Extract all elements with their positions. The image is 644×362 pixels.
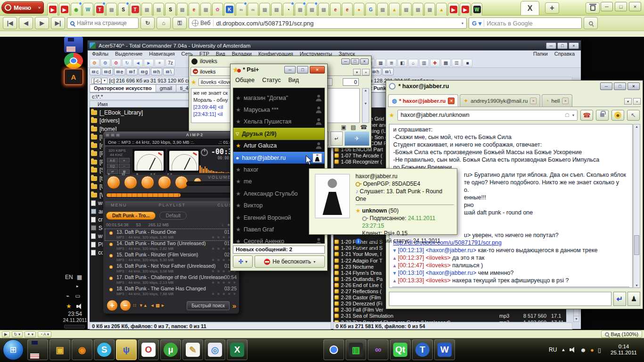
browser-tab[interactable]: ▤ bbox=[259, 3, 270, 16]
browser-tab[interactable]: e bbox=[342, 3, 353, 16]
drive-combo[interactable]: [-c-]▾ bbox=[91, 78, 107, 84]
google-badge[interactable]: G ▾ bbox=[472, 20, 484, 27]
browser-tab[interactable]: ▲ bbox=[389, 3, 400, 16]
status-selector[interactable]: Не беспокоить ▾ bbox=[255, 255, 325, 268]
browser-tab[interactable]: G bbox=[365, 3, 376, 16]
browser-tab[interactable]: ▶ bbox=[59, 3, 70, 16]
drive-button[interactable]: e bbox=[114, 68, 125, 75]
browser-tab[interactable]: ◔ bbox=[283, 3, 294, 16]
browser-tab[interactable]: ▶ bbox=[460, 3, 471, 16]
power-button[interactable] bbox=[201, 149, 208, 156]
toolbar-button[interactable]: ☰ bbox=[452, 59, 462, 67]
toolbar-button[interactable]: ⚙ bbox=[90, 59, 99, 67]
taskbar-button[interactable]: ◉ bbox=[72, 339, 92, 360]
sort-button[interactable]: ▼▲ bbox=[139, 303, 148, 308]
chat-tab[interactable]: ◍ * haxor@jabber.ru × bbox=[388, 94, 458, 107]
browser-tab[interactable]: ▤ bbox=[401, 3, 412, 16]
home-button[interactable]: ⌂ bbox=[157, 17, 171, 29]
window-control-button[interactable]: ─ bbox=[601, 2, 613, 11]
nav-button[interactable]: ▶ bbox=[35, 17, 49, 29]
toolbar-icon[interactable]: ▤ bbox=[351, 124, 356, 131]
drive-button[interactable]: h bbox=[151, 68, 162, 75]
taskbar-button[interactable]: X bbox=[227, 339, 248, 360]
playlist-track[interactable]: 17. Daft Punk - Challenge of the Grid (U… bbox=[105, 274, 238, 286]
status-chip[interactable]: ↻ ▾ bbox=[12, 331, 23, 337]
toolbar-button[interactable]: ▩ bbox=[441, 59, 451, 67]
nav-button[interactable]: |◀ bbox=[3, 17, 17, 29]
tray-expand-arrow[interactable]: ▲ bbox=[561, 347, 565, 352]
window-control-button[interactable]: □ bbox=[557, 42, 568, 49]
playlist-track[interactable]: 13. Daft Punk - Round One01:40 MP3 :: 44… bbox=[105, 229, 238, 240]
status-chip[interactable]: ▶ bbox=[2, 331, 10, 337]
menu-item[interactable]: Вид bbox=[288, 77, 299, 84]
zoom-control[interactable]: Вид (100%) bbox=[601, 330, 642, 338]
toolbar-button[interactable]: ⚙ bbox=[111, 59, 121, 67]
browser-tab[interactable]: W bbox=[471, 3, 482, 16]
browser-tab[interactable]: S bbox=[118, 3, 129, 16]
volume-slider[interactable] bbox=[186, 181, 236, 186]
expand-button[interactable]: » bbox=[232, 302, 236, 310]
taskbar-button[interactable]: ∞ bbox=[368, 339, 388, 360]
toolbar-button[interactable]: ⚙ bbox=[100, 59, 110, 67]
wand-password-button[interactable]: ⚿ bbox=[173, 17, 187, 29]
roster-contact[interactable]: ★ Маруська *** bbox=[233, 104, 324, 115]
tray-icon[interactable]: ☻ bbox=[580, 346, 586, 354]
encryption-button[interactable] bbox=[596, 110, 609, 121]
jid-combo[interactable]: haxor@jabber.ru/unknown ☖ ▾ bbox=[397, 110, 578, 121]
menu-item[interactable]: Навигация bbox=[146, 50, 178, 58]
roster-contact[interactable]: ▽ Друзья (2/9) bbox=[233, 128, 324, 140]
chat-tab[interactable]: ◔ hell × bbox=[542, 94, 572, 107]
browser-tab[interactable]: T bbox=[130, 3, 140, 16]
drive-button[interactable]: \ bbox=[382, 68, 394, 75]
window-control-button[interactable]: ─ bbox=[341, 58, 350, 65]
start-button[interactable]: ⊞ bbox=[3, 339, 24, 360]
taskbar-button[interactable]: T bbox=[412, 339, 433, 360]
file-row[interactable]: 2-31 Sea of Simulation mp3 8 517 560 17.… bbox=[333, 313, 566, 319]
window-control-button[interactable]: × bbox=[569, 42, 579, 49]
roster-contact[interactable]: ★ Хельга Пушистая bbox=[233, 116, 324, 128]
toolbar-icon[interactable]: ☎ bbox=[360, 124, 367, 131]
browser-tab[interactable]: ▤ bbox=[177, 3, 188, 16]
playlist-track[interactable]: 15. Daft Punk - Rinzler (Film Version)02… bbox=[105, 252, 238, 263]
browser-tab[interactable]: ▤ bbox=[200, 3, 211, 16]
contact-profile-button[interactable]: ♟ bbox=[627, 292, 640, 306]
clock[interactable]: 0:1425.11.2011 bbox=[605, 344, 642, 356]
scrollbar[interactable]: ▲ ▼ bbox=[633, 124, 640, 288]
drive-button[interactable]: g bbox=[139, 68, 150, 75]
drive-button[interactable]: c bbox=[90, 68, 101, 75]
folder-tab[interactable]: gmail bbox=[156, 84, 176, 92]
account-menu-button[interactable]: ✣▾ bbox=[233, 255, 253, 268]
nav-button[interactable]: ◀ bbox=[19, 17, 33, 29]
window-control-button[interactable]: □ bbox=[351, 58, 359, 65]
tab-list-button[interactable]: ▾ bbox=[353, 69, 361, 75]
remove-button[interactable]: − bbox=[120, 300, 131, 311]
browser-tab[interactable]: e bbox=[189, 3, 199, 16]
browser-tab[interactable]: ◉ bbox=[71, 3, 82, 16]
toolbar-button[interactable]: ■ bbox=[462, 59, 472, 67]
browser-tab[interactable]: ✿ bbox=[212, 3, 223, 16]
skin-button[interactable] bbox=[106, 133, 109, 137]
browser-tab[interactable]: e bbox=[330, 3, 341, 16]
browser-tab[interactable]: ▶ bbox=[47, 3, 58, 16]
chat-tab[interactable]: ✦ andrey1990lyk@mail.ru × bbox=[460, 94, 540, 107]
toolbar-button[interactable]: ◄ bbox=[133, 59, 143, 67]
window-control-button[interactable]: □ bbox=[615, 2, 627, 11]
add-button[interactable]: + bbox=[107, 300, 117, 311]
status-chip[interactable]: ✦ ▾ bbox=[25, 331, 36, 337]
browser-tab[interactable]: ▲ bbox=[436, 3, 447, 16]
browser-tab[interactable]: ▤ bbox=[141, 3, 152, 16]
window-control-button[interactable]: ─ bbox=[546, 42, 556, 49]
tab-close-button[interactable]: × bbox=[362, 69, 370, 75]
toolbar-button[interactable]: ▥ bbox=[419, 59, 429, 67]
taskbar-button[interactable]: W bbox=[434, 339, 455, 360]
message-input[interactable] bbox=[389, 292, 611, 306]
find-on-page-input[interactable]: Найти на странице bbox=[67, 17, 139, 29]
select-button[interactable]: ↖ bbox=[627, 110, 640, 121]
call-button[interactable]: ☎ bbox=[580, 110, 593, 121]
taskbar-button[interactable]: Qt bbox=[390, 339, 411, 360]
search-go-button[interactable] bbox=[584, 17, 598, 29]
browser-tab[interactable]: ▤ bbox=[153, 3, 164, 16]
browser-tab[interactable]: K bbox=[224, 3, 235, 16]
toolbar-button[interactable]: ✶ bbox=[155, 59, 165, 67]
title-bar[interactable]: AIMP2 bbox=[103, 132, 239, 138]
